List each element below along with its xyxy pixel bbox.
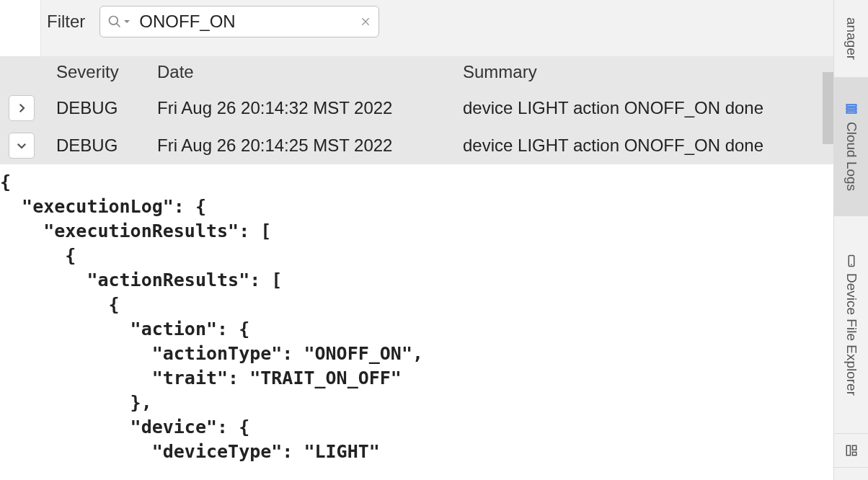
cell-summary: device LIGHT action ONOFF_ON done [463, 127, 833, 164]
table-header-row: Severity Date Summary [0, 56, 833, 88]
tab-label: Cloud Logs [843, 122, 859, 191]
header-date[interactable]: Date [157, 56, 463, 88]
tab-device-file-explorer[interactable]: Device File Explorer [834, 216, 868, 434]
header-severity[interactable]: Severity [56, 56, 157, 88]
chevron-down-icon [15, 139, 28, 152]
clear-filter-button[interactable] [360, 16, 371, 27]
log-table: Severity Date Summary DEBUG Fri A [0, 56, 833, 164]
device-icon [845, 254, 858, 267]
collapse-row-button[interactable] [9, 133, 35, 159]
filter-search-box[interactable] [99, 6, 379, 37]
log-row[interactable]: DEBUG Fri Aug 26 20:14:25 MST 2022 devic… [0, 127, 833, 164]
log-row[interactable]: DEBUG Fri Aug 26 20:14:32 MST 2022 devic… [0, 88, 833, 127]
tab-manager[interactable]: anager [834, 0, 868, 78]
svg-rect-4 [846, 105, 856, 107]
search-icon [107, 14, 130, 29]
cell-date: Fri Aug 26 20:14:32 MST 2022 [157, 88, 463, 127]
tab-extra[interactable] [834, 434, 868, 468]
cloud-logs-icon [844, 102, 859, 116]
filter-input[interactable] [139, 12, 360, 32]
svg-rect-9 [846, 445, 850, 455]
tab-label: anager [843, 17, 859, 60]
cell-summary: device LIGHT action ONOFF_ON done [463, 88, 833, 127]
svg-rect-5 [846, 108, 856, 110]
tab-label: Device File Explorer [843, 273, 859, 396]
expand-row-button[interactable] [9, 95, 35, 121]
layout-icon [845, 444, 858, 457]
filter-bar: Filter [40, 0, 833, 56]
log-json-detail: { "executionLog": { "executionResults": … [0, 164, 833, 464]
filter-label: Filter [47, 12, 85, 32]
right-tool-strip: anager Cloud Logs Device File Explorer [833, 0, 868, 480]
header-summary[interactable]: Summary [463, 56, 833, 88]
svg-rect-10 [852, 445, 856, 450]
tab-cloud-logs[interactable]: Cloud Logs [834, 78, 868, 216]
svg-rect-11 [852, 452, 856, 455]
cell-severity: DEBUG [56, 127, 157, 164]
cell-severity: DEBUG [56, 88, 157, 127]
svg-rect-6 [846, 112, 856, 114]
cell-date: Fri Aug 26 20:14:25 MST 2022 [157, 127, 463, 164]
svg-line-1 [117, 24, 120, 27]
scrollbar-thumb[interactable] [823, 72, 833, 144]
chevron-right-icon [15, 102, 28, 115]
svg-point-0 [110, 17, 118, 25]
